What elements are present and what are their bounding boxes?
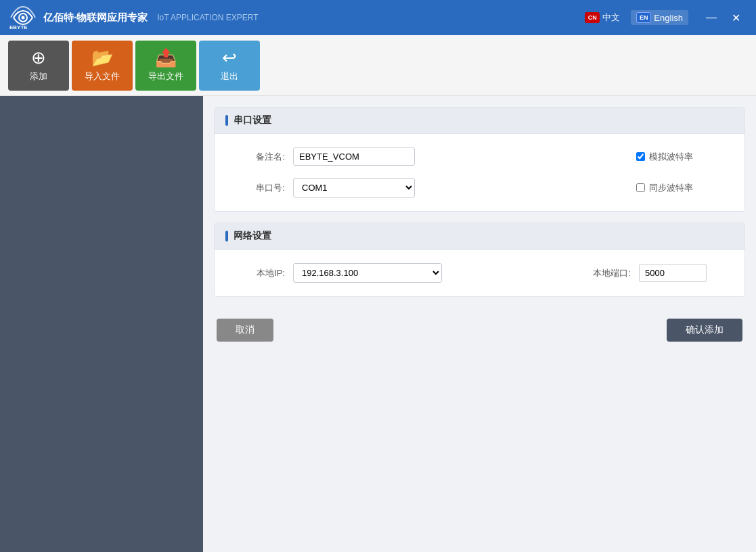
lang-cn-label: 中文 [602, 12, 620, 24]
bottom-bar: 取消 确认添加 [214, 308, 745, 344]
network-section: 网络设置 本地IP: 192.168.3.100 192.168.1.100 1… [214, 223, 745, 297]
add-button[interactable]: ⊕ 添加 [8, 41, 69, 91]
titlebar: EBYTE 亿佰特·物联网应用专家 IoT APPLICATION EXPERT… [0, 0, 756, 35]
port-select[interactable]: COM1 COM2 COM3 COM4 [293, 178, 415, 198]
sidebar [0, 96, 203, 552]
export-label: 导出文件 [148, 70, 183, 83]
exit-button[interactable]: ↩ 退出 [199, 41, 260, 91]
exit-label: 退出 [221, 70, 238, 83]
simulate-baud-checkbox[interactable] [636, 152, 645, 161]
sync-baud-checkbox[interactable] [636, 183, 645, 192]
serial-section-title: 串口设置 [234, 114, 271, 127]
sync-baud-area: 同步波特率 [636, 182, 693, 194]
logo-icon: EBYTE [8, 5, 38, 30]
sync-baud-row: 同步波特率 [636, 182, 693, 194]
svg-text:EBYTE: EBYTE [9, 24, 28, 30]
serial-section-header: 串口设置 [215, 108, 744, 134]
lang-area: CN 中文 EN English [579, 9, 688, 26]
network-section-body: 本地IP: 192.168.3.100 192.168.1.100 10.0.0… [215, 250, 744, 296]
minimize-button[interactable]: — [699, 5, 724, 30]
toolbar: ⊕ 添加 📂 导入文件 📤 导出文件 ↩ 退出 [0, 35, 756, 96]
content-area: 串口设置 备注名: 模拟波特率 [203, 96, 756, 552]
network-section-title: 网络设置 [234, 230, 271, 242]
export-icon: 📤 [155, 49, 177, 66]
cancel-button[interactable]: 取消 [217, 319, 273, 342]
add-label: 添加 [30, 70, 47, 83]
confirm-button[interactable]: 确认添加 [667, 319, 742, 342]
alias-input[interactable] [293, 147, 415, 166]
logo-area: EBYTE 亿佰特·物联网应用专家 IoT APPLICATION EXPERT [8, 5, 579, 30]
svg-point-1 [22, 16, 25, 20]
export-button[interactable]: 📤 导出文件 [135, 41, 196, 91]
serial-section-body: 备注名: 模拟波特率 串口号: COM1 [215, 134, 744, 211]
import-icon: 📂 [91, 49, 113, 66]
port-row: 串口号: COM1 COM2 COM3 COM4 同步波特率 [231, 178, 728, 198]
en-badge: EN [636, 12, 651, 23]
network-row: 本地IP: 192.168.3.100 192.168.1.100 10.0.0… [231, 263, 728, 283]
alias-row: 备注名: 模拟波特率 [231, 147, 728, 166]
lang-en-button[interactable]: EN English [631, 10, 688, 25]
lang-en-label: English [654, 13, 683, 23]
import-label: 导入文件 [85, 70, 120, 83]
port-label: 串口号: [231, 182, 285, 194]
simulate-baud-label: 模拟波特率 [649, 151, 693, 163]
network-section-header: 网络设置 [215, 223, 744, 250]
app-subtitle: IoT APPLICATION EXPERT [157, 13, 258, 22]
logo-text: 亿佰特·物联网应用专家 [43, 12, 148, 24]
import-button[interactable]: 📂 导入文件 [72, 41, 133, 91]
alias-label: 备注名: [231, 151, 285, 163]
close-button[interactable]: ✕ [724, 5, 748, 30]
sync-baud-label: 同步波特率 [649, 182, 693, 194]
lang-cn-button[interactable]: CN 中文 [579, 9, 625, 26]
local-ip-label: 本地IP: [231, 267, 285, 279]
local-port-input[interactable] [639, 264, 707, 282]
local-ip-select[interactable]: 192.168.3.100 192.168.1.100 10.0.0.1 [293, 263, 442, 283]
serial-section: 串口设置 备注名: 模拟波特率 [214, 107, 745, 212]
add-icon: ⊕ [31, 49, 46, 66]
exit-icon: ↩ [222, 49, 237, 66]
local-port-label: 本地端口: [583, 267, 631, 279]
main-layout: 串口设置 备注名: 模拟波特率 [0, 96, 756, 552]
cn-badge: CN [585, 12, 600, 23]
simulate-baud-row: 模拟波特率 [636, 151, 693, 163]
simulate-baud-area: 模拟波特率 [636, 151, 693, 163]
